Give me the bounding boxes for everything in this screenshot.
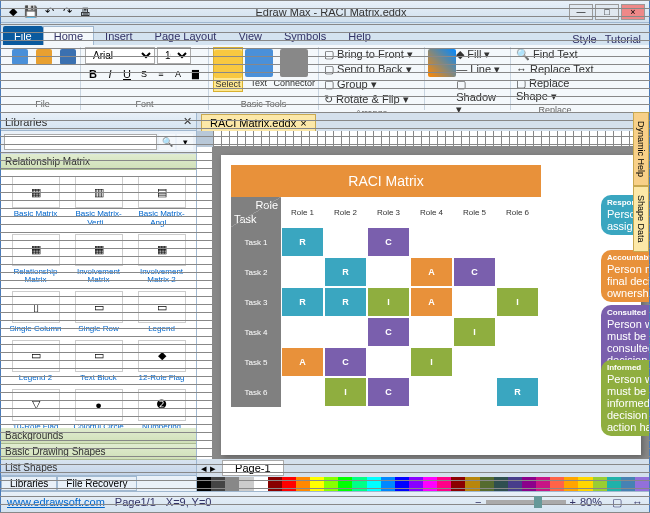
vertical-ruler [197, 147, 213, 459]
raci-cell[interactable]: C [367, 227, 410, 257]
raci-cell[interactable]: R [324, 257, 367, 287]
raci-cell[interactable]: R [281, 227, 324, 257]
raci-title: RACI Matrix [231, 165, 541, 197]
raci-task-header: Task 6 [231, 377, 281, 407]
raci-task-header: Task 5 [231, 347, 281, 377]
raci-cell-empty[interactable] [453, 347, 496, 377]
legend-informed[interactable]: InformedPerson who must be informed deci… [601, 360, 649, 436]
raci-role-header: Role 4 [410, 197, 453, 227]
raci-cell-empty[interactable] [367, 257, 410, 287]
zoom-slider[interactable] [486, 500, 566, 504]
raci-corner: RoleTask [231, 197, 281, 227]
tab-dynamic-help[interactable]: Dynamic Help [633, 112, 649, 186]
raci-cell[interactable]: I [496, 287, 539, 317]
raci-cell[interactable]: C [367, 377, 410, 407]
raci-cell-empty[interactable] [496, 347, 539, 377]
raci-role-header: Role 2 [324, 197, 367, 227]
raci-cell-empty[interactable] [281, 257, 324, 287]
raci-cell[interactable]: I [367, 287, 410, 317]
raci-role-header: Role 5 [453, 197, 496, 227]
raci-cell-empty[interactable] [453, 377, 496, 407]
raci-task-header: Task 1 [231, 227, 281, 257]
raci-cell[interactable]: C [324, 347, 367, 377]
raci-cell[interactable]: C [453, 257, 496, 287]
legend-accountable[interactable]: AccountablePerson makes final decision o… [601, 250, 649, 302]
raci-task-header: Task 2 [231, 257, 281, 287]
raci-cell-empty[interactable] [281, 317, 324, 347]
raci-cell[interactable]: A [410, 287, 453, 317]
raci-cell-empty[interactable] [496, 317, 539, 347]
raci-cell-empty[interactable] [496, 227, 539, 257]
raci-cell[interactable]: A [281, 347, 324, 377]
raci-cell-empty[interactable] [281, 377, 324, 407]
raci-matrix[interactable]: RACI Matrix RoleTaskRole 1Role 2Role 3Ro… [231, 165, 541, 407]
raci-cell[interactable]: A [410, 257, 453, 287]
raci-cell-empty[interactable] [496, 257, 539, 287]
raci-cell-empty[interactable] [324, 227, 367, 257]
raci-role-header: Role 6 [496, 197, 539, 227]
raci-cell-empty[interactable] [453, 287, 496, 317]
raci-role-header: Role 1 [281, 197, 324, 227]
raci-cell[interactable]: I [453, 317, 496, 347]
raci-cell-empty[interactable] [453, 227, 496, 257]
raci-cell-empty[interactable] [324, 317, 367, 347]
raci-cell[interactable]: C [367, 317, 410, 347]
raci-cell[interactable]: I [410, 347, 453, 377]
raci-cell-empty[interactable] [410, 377, 453, 407]
raci-cell-empty[interactable] [410, 317, 453, 347]
raci-task-header: Task 4 [231, 317, 281, 347]
page[interactable]: RACI Matrix RoleTaskRole 1Role 2Role 3Ro… [221, 155, 641, 455]
canvas[interactable]: RACI Matrix RoleTaskRole 1Role 2Role 3Ro… [213, 147, 649, 459]
raci-cell[interactable]: R [496, 377, 539, 407]
canvas-area: RACI Matrix.eddx× RACI Matrix RoleTaskRo… [197, 113, 649, 491]
raci-cell[interactable]: R [324, 287, 367, 317]
raci-role-header: Role 3 [367, 197, 410, 227]
raci-cell-empty[interactable] [410, 227, 453, 257]
raci-cell-empty[interactable] [367, 347, 410, 377]
tab-shape-data[interactable]: Shape Data [633, 186, 649, 252]
raci-task-header: Task 3 [231, 287, 281, 317]
raci-cell[interactable]: R [281, 287, 324, 317]
raci-cell[interactable]: I [324, 377, 367, 407]
